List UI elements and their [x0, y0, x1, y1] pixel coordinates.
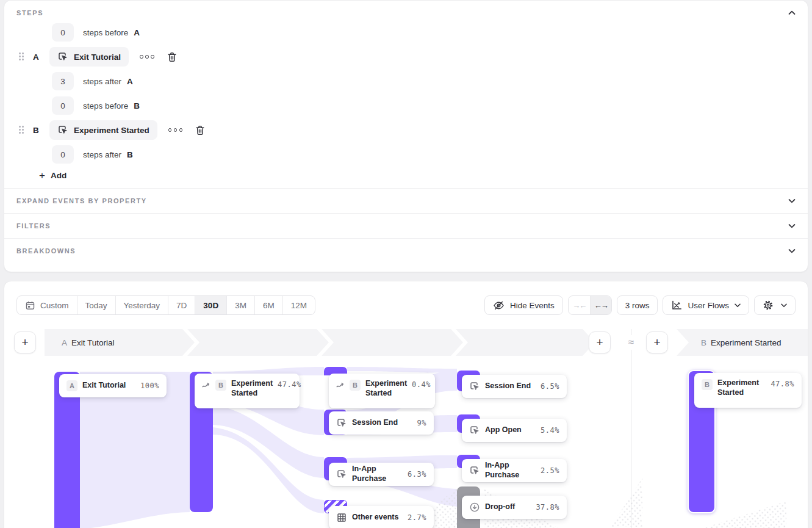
chevron-down-icon: [788, 198, 796, 203]
flow-node-card[interactable]: Session End 9%: [329, 411, 434, 435]
flow-node-card[interactable]: B Experiment Started 47.8%: [694, 373, 802, 408]
event-select-button[interactable]: Experiment Started: [49, 120, 157, 140]
step-letter: A: [33, 52, 41, 62]
add-step-after-button[interactable]: +: [589, 331, 611, 353]
offset-label: steps before: [83, 101, 128, 110]
node-label: Session End: [485, 382, 531, 391]
section-title: EXPAND EVENTS BY PROPERTY: [16, 197, 147, 204]
flow-break-divider: [631, 329, 631, 528]
step-letter-badge: A: [66, 380, 77, 391]
node-label: In-App Purchase: [352, 465, 403, 483]
section-filters[interactable]: FILTERS: [4, 213, 808, 238]
node-percent: 47.8%: [771, 380, 794, 388]
step-row-b: B Experiment Started: [4, 120, 796, 140]
delete-step-button[interactable]: [195, 125, 206, 136]
node-label: In-App Purchase: [485, 461, 536, 480]
node-label: Experiment Started: [231, 379, 273, 398]
steps-before-a-row: 0 steps before A: [4, 23, 796, 42]
node-percent: 2.7%: [408, 513, 426, 522]
node-percent: 6.3%: [408, 470, 426, 479]
section-breakdowns[interactable]: BREAKDOWNS: [4, 238, 808, 263]
steps-after-a-row: 3 steps after A: [4, 71, 796, 91]
node-percent: 9%: [417, 419, 426, 427]
node-percent: 47.4%: [278, 380, 301, 389]
flow-panel: Custom Today Yesterday 7D 30D 3M 6M 12M …: [4, 281, 808, 528]
chevron-down-icon: [788, 248, 796, 253]
drop-off-icon: [469, 502, 480, 513]
more-options-button[interactable]: [140, 55, 154, 59]
event-name: Exit Tutorial: [74, 52, 121, 62]
node-label: Experiment Started: [365, 379, 407, 398]
step-letter-badge: B: [215, 380, 226, 391]
event-click-icon: [469, 425, 480, 436]
steps-count-input[interactable]: 0: [52, 96, 74, 115]
steps-count-input[interactable]: 3: [52, 72, 74, 90]
node-label: Session End: [352, 418, 398, 428]
node-percent: 2.5%: [541, 466, 559, 475]
drag-handle-icon[interactable]: [19, 126, 24, 134]
event-click-icon: [336, 418, 347, 429]
step-letter-badge: B: [702, 379, 713, 390]
event-click-icon: [469, 465, 480, 476]
node-label: Drop-off: [485, 502, 515, 512]
more-options-button[interactable]: [168, 128, 183, 132]
node-label: App Open: [485, 425, 522, 435]
flow-node-card[interactable]: In-App Purchase 2.5%: [462, 459, 567, 482]
steps-section-title: STEPS: [16, 9, 43, 16]
offset-ref: B: [127, 150, 133, 159]
node-label: Other events: [352, 513, 398, 523]
add-label: Add: [51, 171, 66, 180]
delete-step-button[interactable]: [167, 51, 178, 63]
node-percent: 5.4%: [541, 426, 559, 435]
event-name: Experiment Started: [74, 126, 149, 135]
add-step-button[interactable]: + Add: [39, 170, 66, 181]
flow-node-card[interactable]: Session End 6.5%: [462, 375, 567, 398]
offset-label: steps after: [83, 77, 121, 86]
section-title: BREAKDOWNS: [16, 247, 76, 255]
node-percent: 6.5%: [541, 382, 559, 391]
steps-panel: STEPS 0 steps before A A Exit Tutorial: [4, 0, 808, 272]
steps-count-input[interactable]: 0: [52, 23, 74, 42]
approx-break-symbol: ≈: [623, 335, 639, 350]
node-percent: 37.8%: [536, 503, 559, 512]
add-step-before-button[interactable]: +: [14, 331, 36, 353]
node-percent: 0.4%: [412, 380, 431, 389]
grid-icon: [336, 512, 347, 523]
offset-label: steps after: [83, 150, 121, 159]
steps-before-b-row: 0 steps before B: [4, 96, 796, 115]
steps-count-input[interactable]: 0: [52, 145, 74, 164]
flow-node-card[interactable]: Other events 2.7%: [329, 506, 434, 528]
indirect-arrow-icon: [202, 382, 210, 388]
add-step-before-b-button[interactable]: +: [646, 331, 668, 353]
flow-node-card[interactable]: B Experiment Started 0.4%: [329, 374, 435, 408]
event-click-icon: [57, 125, 68, 136]
step-letter: B: [33, 126, 41, 135]
steps-rows: 0 steps before A A Exit Tutorial: [4, 20, 808, 181]
section-title: FILTERS: [16, 222, 51, 230]
step-row-a: A Exit Tutorial: [4, 47, 796, 67]
offset-ref: A: [127, 77, 133, 86]
flow-node-card[interactable]: App Open 5.4%: [462, 419, 567, 442]
event-click-icon: [57, 51, 68, 62]
node-percent: 100%: [140, 382, 159, 390]
chevron-down-icon: [788, 223, 796, 228]
plus-icon: +: [39, 170, 45, 181]
event-select-button[interactable]: Exit Tutorial: [49, 47, 129, 67]
event-click-icon: [469, 381, 480, 392]
collapse-steps-icon[interactable]: [788, 10, 796, 15]
offset-ref: A: [134, 28, 140, 37]
event-click-icon: [336, 469, 347, 480]
flow-node-card[interactable]: In-App Purchase 6.3%: [329, 463, 434, 486]
drag-handle-icon[interactable]: [19, 52, 24, 61]
offset-label: steps before: [83, 28, 128, 37]
flow-node-card[interactable]: A Exit Tutorial 100%: [59, 374, 167, 397]
steps-section-header: STEPS: [4, 1, 808, 20]
node-label: Experiment Started: [717, 378, 763, 397]
step-letter-badge: B: [350, 380, 361, 391]
node-label: Exit Tutorial: [82, 381, 126, 391]
offset-ref: B: [134, 101, 140, 110]
flow-node-card[interactable]: B Experiment Started 47.4%: [195, 374, 300, 408]
steps-after-b-row: 0 steps after B: [4, 145, 796, 164]
section-expand-events[interactable]: EXPAND EVENTS BY PROPERTY: [4, 188, 808, 213]
flow-node-card-drop-off[interactable]: Drop-off 37.8%: [462, 496, 567, 519]
